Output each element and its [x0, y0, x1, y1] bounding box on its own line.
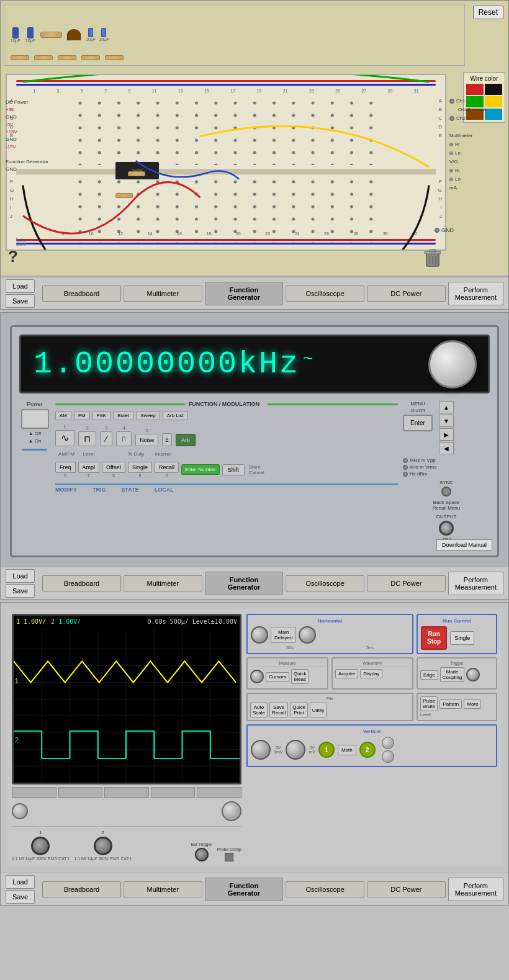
time-display-label: 0.00s 500μ/ Level±10.00V	[148, 618, 238, 625]
fg-label: Function Generator	[6, 158, 48, 166]
arrow-right-button[interactable]: ▶	[439, 428, 454, 441]
perform-measurement-2[interactable]: Perform Measurement	[448, 572, 503, 595]
pulse-width-button[interactable]: Pulse Width	[420, 696, 438, 711]
osc-soft-knob-1[interactable]	[12, 803, 28, 819]
recall-button[interactable]: Recall	[155, 462, 179, 473]
trash-icon[interactable]	[424, 248, 441, 269]
nav-dc-power-1[interactable]: DC Power	[367, 285, 446, 302]
nav-multimeter-1[interactable]: Multimeter	[124, 285, 202, 302]
nav-oscilloscope-3[interactable]: Oscilloscope	[286, 881, 364, 897]
save-button-3[interactable]: Save	[6, 890, 35, 904]
arrow-up-button[interactable]: ▲	[439, 401, 454, 413]
perform-measurement-1[interactable]: Perform Measurement	[448, 282, 503, 305]
nav-function-generator-2[interactable]: Function Generator	[205, 572, 284, 595]
offset-button[interactable]: Offset	[102, 462, 125, 473]
horiz-knob-2[interactable]	[299, 626, 316, 644]
single-button-osc[interactable]: Single	[450, 631, 474, 645]
edge-button[interactable]: Edge	[420, 670, 438, 680]
soft-btn-3[interactable]	[104, 787, 149, 798]
utility-button[interactable]: Utility	[310, 703, 327, 717]
load-button-1[interactable]: Load	[6, 279, 35, 293]
trigger-knob[interactable]	[466, 668, 480, 681]
ramp-wave-button[interactable]: ∕	[100, 431, 112, 446]
arrow-down-button[interactable]: ▼	[439, 415, 454, 427]
nav-multimeter-3[interactable]: Multimeter	[124, 881, 202, 897]
sync-connector	[441, 487, 451, 497]
burst-button[interactable]: Buret	[113, 411, 133, 420]
arb-list-button[interactable]: Arb List	[163, 411, 188, 420]
ch2-ch-button[interactable]: 2	[359, 742, 376, 758]
vert-knob-1[interactable]	[251, 740, 271, 760]
single-button[interactable]: Single	[128, 462, 152, 473]
arrow-left-button[interactable]: ◀	[439, 442, 454, 454]
vert-pos-knob-1[interactable]	[382, 737, 394, 749]
quick-print-button[interactable]: Quick Print	[290, 703, 307, 717]
bnc-ch1	[31, 837, 50, 855]
enter-number-button[interactable]: Enter Number	[181, 464, 220, 475]
nav-dc-power-3[interactable]: DC Power	[367, 881, 446, 897]
soft-btn-5[interactable]	[197, 787, 241, 798]
nav-oscilloscope-1[interactable]: Oscilloscope	[286, 285, 364, 302]
oscilloscope-label: Oscilloscope	[458, 106, 505, 114]
nav-function-generator-3[interactable]: Function Generator	[205, 878, 284, 901]
measure-knob[interactable]	[250, 670, 264, 683]
sine-wave-button[interactable]: ∿	[55, 430, 74, 446]
more-button[interactable]: More	[464, 699, 481, 709]
load-button-3[interactable]: Load	[6, 875, 35, 889]
pulse-wave-button[interactable]: ⎍	[116, 431, 132, 446]
mode-coupling-button[interactable]: Mode Coupling	[440, 667, 465, 682]
cursors-button[interactable]: Cursors	[266, 672, 289, 681]
fm-button[interactable]: FM	[74, 411, 90, 420]
load-button-2[interactable]: Load	[6, 569, 35, 583]
nav-breadboard-1[interactable]: Breadboard	[42, 285, 121, 302]
bnc-ch1-number: 1	[39, 830, 42, 835]
display-button[interactable]: Display	[360, 669, 382, 678]
sweep-button[interactable]: Sweep	[136, 411, 160, 420]
fg-knob[interactable]	[428, 340, 477, 389]
soft-btn-1[interactable]	[12, 787, 56, 798]
save-button-2[interactable]: Save	[6, 584, 35, 598]
am-button[interactable]: AM	[55, 411, 71, 420]
ampl-button[interactable]: Ampl	[78, 462, 100, 473]
power-button[interactable]	[21, 409, 49, 429]
nav-multimeter-2[interactable]: Multimeter	[124, 575, 202, 591]
help-button[interactable]: ?	[8, 247, 18, 266]
osc-main-knob[interactable]	[222, 801, 241, 821]
soft-btn-4[interactable]	[151, 787, 196, 798]
horiz-knob-1[interactable]	[251, 626, 268, 644]
soft-btn-2[interactable]	[58, 787, 103, 798]
acquire-button[interactable]: Acquire	[335, 669, 358, 678]
auto-scale-button[interactable]: Auto Scale	[250, 703, 268, 717]
output-label: OUTPUT	[436, 514, 457, 519]
ch1-ch-button[interactable]: 1	[318, 742, 335, 758]
pm-button[interactable]: ±	[162, 433, 172, 446]
quick-meas-button[interactable]: Quick Meas	[291, 669, 309, 684]
nav-dc-power-2[interactable]: DC Power	[367, 575, 446, 591]
download-manual-button[interactable]: Download Manual	[436, 539, 492, 551]
square-wave-button[interactable]: ⊓	[78, 431, 96, 446]
save-button-1[interactable]: Save	[6, 294, 35, 308]
dc-power-label: DC Power	[6, 99, 48, 106]
arb-button[interactable]: Arb	[176, 434, 196, 446]
fsk-button[interactable]: FSK	[92, 411, 111, 420]
run-stop-button[interactable]: Run Stop	[421, 626, 447, 650]
save-recall-button[interactable]: Save Recall	[269, 703, 288, 717]
noise-button[interactable]: Noise	[135, 434, 158, 446]
reset-button[interactable]: Reset	[473, 6, 503, 19]
nav-breadboard-2[interactable]: Breadboard	[42, 575, 121, 591]
run-control-title: Run Control	[421, 618, 493, 624]
vert-pos-knob-2[interactable]	[382, 750, 394, 763]
enter-button[interactable]: Enter	[403, 415, 433, 431]
lo-vohm-label: Lo	[455, 149, 461, 158]
nav-breadboard-3[interactable]: Breadboard	[42, 881, 121, 897]
main-delayed-button[interactable]: Main Delayed	[271, 627, 296, 643]
shift-button[interactable]: Shift	[222, 464, 245, 475]
math-button[interactable]: Math	[338, 745, 356, 755]
pattern-button[interactable]: Pattern	[439, 699, 462, 709]
perform-measurement-3[interactable]: Perform Measurement	[448, 878, 503, 901]
vert-knob-2[interactable]	[286, 740, 305, 760]
freq-button[interactable]: Freq	[55, 462, 76, 473]
function-label: FUNCTION / MODULATION	[189, 401, 259, 407]
nav-function-generator-1[interactable]: Function Generator	[205, 282, 284, 305]
nav-oscilloscope-2[interactable]: Oscilloscope	[286, 575, 364, 591]
